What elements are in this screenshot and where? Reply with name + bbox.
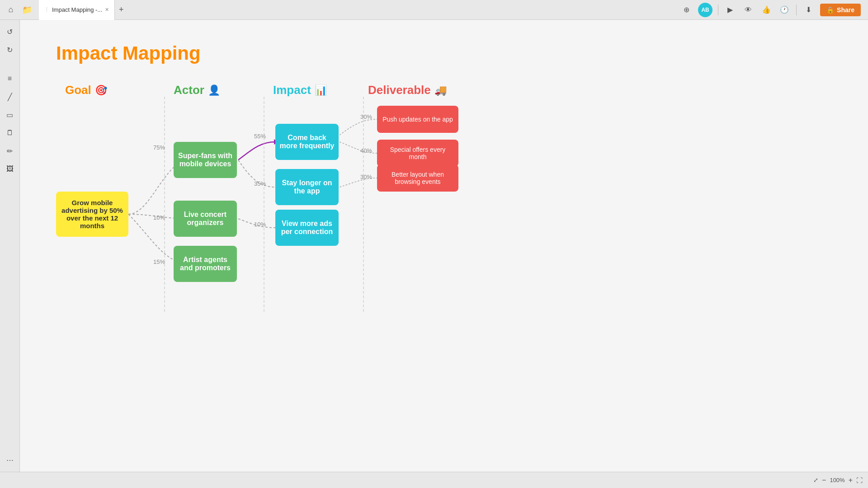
deliverable-push-node[interactable]: Push updates on the app: [377, 106, 458, 133]
zoom-out-button[interactable]: −: [822, 476, 826, 484]
image-icon[interactable]: 🖼: [2, 161, 18, 177]
like-icon[interactable]: 👍: [760, 4, 773, 16]
actor-concert-node[interactable]: Live concert organizers: [174, 201, 237, 237]
divider: [718, 5, 718, 15]
play-icon[interactable]: ▶: [724, 4, 736, 16]
pct-push: 30%: [360, 113, 372, 120]
download-icon[interactable]: ⬇: [802, 4, 815, 16]
folder-icon[interactable]: 📁: [21, 4, 33, 16]
shape-icon[interactable]: ▭: [2, 107, 18, 123]
undo-icon[interactable]: ↺: [2, 23, 18, 40]
diagram-title: Impact Mapping: [56, 42, 201, 64]
top-bar: ⌂ 📁 ⋮ Impact Mapping -... ✕ + ⊕ AB ▶ 👁 👍…: [0, 0, 868, 20]
fit-icon[interactable]: ⤢: [813, 477, 818, 483]
sticky-icon[interactable]: 🗒: [2, 125, 18, 141]
lock-icon: 🔒: [826, 6, 834, 14]
eye-icon[interactable]: 👁: [742, 4, 755, 16]
deliverable-layout-text: Better layout when browsing events: [381, 171, 455, 185]
tab-area: ⋮ Impact Mapping -... ✕ +: [39, 0, 127, 20]
deliverable-label: Deliverable: [368, 83, 431, 97]
goal-text: Grow mobile advertising by 50% over the …: [60, 199, 125, 230]
impact-stay-node[interactable]: Stay longer on the app: [275, 169, 339, 205]
deliverable-layout-node[interactable]: Better layout when browsing events: [377, 164, 458, 192]
pct-superfans: 75%: [153, 144, 165, 151]
top-bar-right: ⊕ AB ▶ 👁 👍 🕐 ⬇ 🔒 Share: [673, 3, 868, 17]
col-header-deliverable: Deliverable 🚚: [368, 83, 447, 97]
pct-stay: 35%: [254, 180, 266, 187]
tab-close-icon[interactable]: ✕: [105, 7, 109, 13]
text-icon[interactable]: ≡: [2, 70, 18, 87]
pen-icon[interactable]: ✏: [2, 143, 18, 159]
impact-comeback-node[interactable]: Come back more frequently: [275, 124, 339, 160]
deliverable-push-text: Push updates on the app: [382, 116, 453, 123]
actor-label: Actor: [174, 83, 204, 97]
actor-superfans-text: Super-fans with mobile devices: [177, 152, 233, 168]
fullscreen-icon[interactable]: ⛶: [856, 477, 863, 484]
actor-superfans-node[interactable]: Super-fans with mobile devices: [174, 142, 237, 178]
goal-node[interactable]: Grow mobile advertising by 50% over the …: [56, 192, 128, 237]
impact-label: Impact: [273, 83, 311, 97]
line-icon[interactable]: ╱: [2, 89, 18, 105]
impact-stay-text: Stay longer on the app: [279, 179, 335, 195]
share-label: Share: [837, 6, 854, 14]
pct-ads: 10%: [254, 221, 266, 228]
avatar[interactable]: AB: [698, 3, 712, 17]
grid-icon[interactable]: ⋯: [2, 452, 18, 468]
zoom-in-button[interactable]: +: [849, 476, 853, 484]
pct-comeback: 55%: [254, 133, 266, 140]
left-sidebar: ↺ ↻ ≡ ╱ ▭ 🗒 ✏ 🖼 ⋯ ⚙: [0, 20, 20, 488]
pct-concert: 10%: [153, 214, 165, 221]
goal-label: Goal: [65, 83, 91, 97]
pct-layout: 30%: [360, 174, 372, 180]
top-bar-left: ⌂ 📁 ⋮ Impact Mapping -... ✕ +: [0, 0, 132, 20]
actor-agents-text: Artist agents and promoters: [177, 256, 233, 272]
pct-special: 40%: [360, 147, 372, 154]
impact-ads-node[interactable]: View more ads per connection: [275, 210, 339, 246]
deliverable-special-node[interactable]: Special offers every month: [377, 140, 458, 167]
impact-icon: 📊: [315, 84, 327, 96]
home-icon[interactable]: ⌂: [5, 4, 17, 16]
col-header-impact: Impact 📊: [273, 83, 327, 97]
actor-icon: 👤: [208, 84, 220, 96]
actor-agents-node[interactable]: Artist agents and promoters: [174, 246, 237, 282]
share-button[interactable]: 🔒 Share: [820, 4, 861, 16]
deliverable-special-text: Special offers every month: [381, 146, 455, 160]
col-header-goal: Goal 🎯: [65, 83, 107, 97]
main-canvas: Impact Mapping Goal 🎯 Actor 👤 Impact 📊 D…: [20, 20, 868, 472]
target-icon[interactable]: ⊕: [680, 4, 693, 16]
deliverable-icon: 🚚: [434, 84, 447, 96]
tab-label: Impact Mapping -...: [52, 6, 102, 13]
impact-ads-text: View more ads per connection: [279, 220, 335, 236]
redo-icon[interactable]: ↻: [2, 42, 18, 58]
new-tab-button[interactable]: +: [115, 4, 127, 16]
active-tab[interactable]: ⋮ Impact Mapping -... ✕: [39, 0, 115, 20]
goal-icon: 🎯: [95, 84, 107, 96]
impact-comeback-text: Come back more frequently: [279, 134, 335, 150]
bottom-bar: ⤢ − 100% + ⛶: [0, 472, 868, 488]
actor-concert-text: Live concert organizers: [177, 211, 233, 227]
pct-agents: 15%: [153, 258, 165, 265]
divider2: [796, 5, 797, 15]
col-header-actor: Actor 👤: [174, 83, 220, 97]
zoom-level: 100%: [830, 477, 844, 483]
clock-icon[interactable]: 🕐: [778, 4, 791, 16]
